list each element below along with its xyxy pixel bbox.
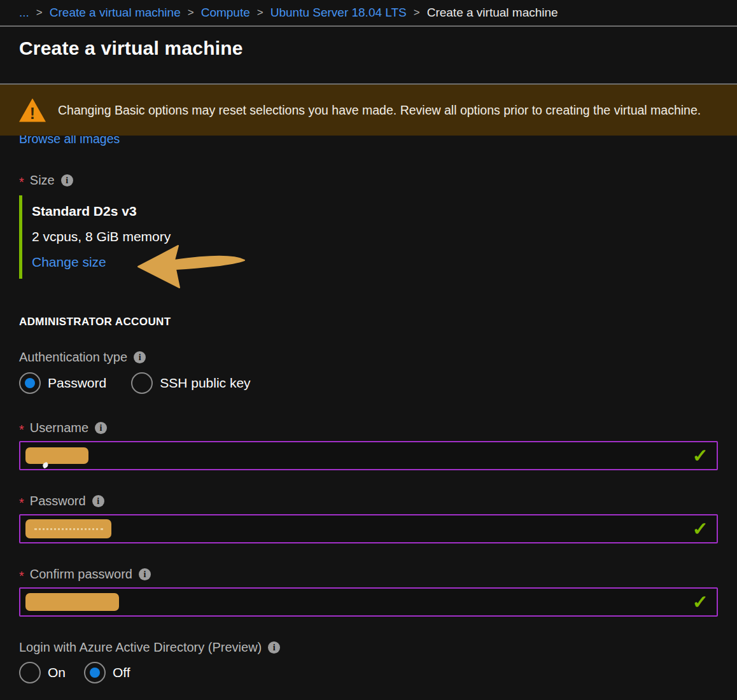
size-value-name: Standard D2s v3 xyxy=(32,203,718,219)
password-label-row: * Password i xyxy=(19,494,718,508)
username-input[interactable]: ✓ xyxy=(19,441,718,470)
warning-banner: ! Changing Basic options may reset selec… xyxy=(0,83,737,136)
radio-selected-icon[interactable] xyxy=(84,662,106,683)
breadcrumb-create-vm[interactable]: Create a virtual machine xyxy=(50,6,181,20)
radio-selected-icon[interactable] xyxy=(19,372,41,394)
redaction-blob xyxy=(25,447,88,464)
radio-label: On xyxy=(48,665,66,680)
create-vm-page: ... > Create a virtual machine > Compute… xyxy=(0,0,737,700)
breadcrumb-current-page: Create a virtual machine xyxy=(427,6,558,20)
info-icon[interactable]: i xyxy=(139,568,151,580)
radio-label: Password xyxy=(48,375,106,391)
valid-check-icon: ✓ xyxy=(692,447,708,465)
aad-login-options: On Off xyxy=(19,662,718,683)
radio-unselected-icon[interactable] xyxy=(19,662,41,683)
radio-unselected-icon[interactable] xyxy=(131,372,153,394)
password-dots xyxy=(34,528,103,530)
change-size-link[interactable]: Change size xyxy=(32,254,106,270)
info-icon[interactable]: i xyxy=(61,174,73,186)
text-descender xyxy=(42,461,50,468)
username-label-row: * Username i xyxy=(19,421,718,435)
valid-check-icon: ✓ xyxy=(692,593,708,612)
warning-triangle-icon: ! xyxy=(19,99,46,122)
password-label: Password xyxy=(30,494,86,508)
password-input[interactable]: ✓ xyxy=(19,514,718,543)
size-value-specs: 2 vcpus, 8 GiB memory xyxy=(32,228,718,244)
confirm-password-input[interactable]: ✓ xyxy=(19,587,718,617)
breadcrumb-separator-icon: > xyxy=(36,6,43,19)
auth-type-label: Authentication type xyxy=(19,350,127,365)
radio-option-off[interactable]: Off xyxy=(84,662,130,683)
radio-label: Off xyxy=(113,665,130,680)
radio-label: SSH public key xyxy=(160,375,250,391)
breadcrumb-separator-icon: > xyxy=(257,6,263,19)
info-icon[interactable]: i xyxy=(134,351,146,363)
radio-option-password[interactable]: Password xyxy=(19,372,106,394)
size-label: Size xyxy=(30,173,55,188)
radio-option-on[interactable]: On xyxy=(19,662,66,683)
required-asterisk: * xyxy=(19,175,24,190)
radio-option-ssh-public-key[interactable]: SSH public key xyxy=(131,372,250,394)
page-header: Create a virtual machine xyxy=(0,27,737,83)
aad-login-label: Login with Azure Active Directory (Previ… xyxy=(19,640,262,655)
required-asterisk: * xyxy=(19,496,24,510)
breadcrumb-compute[interactable]: Compute xyxy=(201,6,250,20)
confirm-password-label: Confirm password xyxy=(30,567,132,582)
redaction-blob xyxy=(25,519,111,538)
required-asterisk: * xyxy=(19,423,24,437)
page-title: Create a virtual machine xyxy=(19,38,718,59)
valid-check-icon: ✓ xyxy=(692,520,708,538)
breadcrumb-ubuntu-server[interactable]: Ubuntu Server 18.04 LTS xyxy=(270,6,407,20)
breadcrumb-separator-icon: > xyxy=(414,6,420,19)
confirm-password-label-row: * Confirm password i xyxy=(19,567,718,582)
warning-exclamation-glyph: ! xyxy=(30,106,35,122)
breadcrumb-separator-icon: > xyxy=(188,6,194,19)
warning-banner-text: Changing Basic options may reset selecti… xyxy=(58,101,701,120)
required-asterisk: * xyxy=(19,569,24,584)
redaction-blob xyxy=(25,593,119,611)
aad-login-label-row: Login with Azure Active Directory (Previ… xyxy=(19,640,718,655)
info-icon[interactable]: i xyxy=(95,422,107,434)
auth-type-label-row: Authentication type i xyxy=(19,350,718,365)
annotation-arrow-icon xyxy=(137,241,246,291)
info-icon[interactable]: i xyxy=(268,641,280,654)
section-administrator-account: ADMINISTRATOR ACCOUNT xyxy=(19,316,718,328)
info-icon[interactable]: i xyxy=(92,495,104,507)
auth-type-options: Password SSH public key xyxy=(19,372,718,394)
breadcrumb: ... > Create a virtual machine > Compute… xyxy=(0,0,737,27)
size-label-row: * Size i xyxy=(19,173,718,188)
form-content: Browse all images * Size i Standard D2s … xyxy=(0,132,737,683)
size-selection-box: Standard D2s v3 2 vcpus, 8 GiB memory Ch… xyxy=(19,195,718,279)
username-label: Username xyxy=(30,421,88,435)
breadcrumb-ellipsis[interactable]: ... xyxy=(19,6,29,20)
